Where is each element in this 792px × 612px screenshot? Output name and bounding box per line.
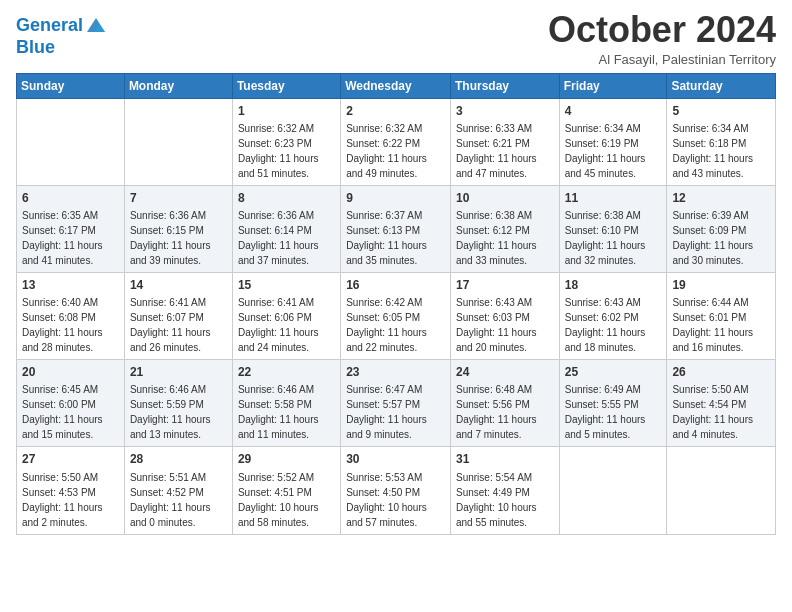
day-number: 8 (238, 190, 335, 206)
day-info: Sunrise: 6:36 AM Sunset: 6:15 PM Dayligh… (130, 210, 211, 266)
day-number: 10 (456, 190, 554, 206)
day-number: 21 (130, 364, 227, 380)
day-number: 29 (238, 451, 335, 467)
day-number: 9 (346, 190, 445, 206)
location-subtitle: Al Fasayil, Palestinian Territory (548, 52, 776, 67)
day-number: 19 (672, 277, 770, 293)
day-number: 12 (672, 190, 770, 206)
calendar-cell: 18Sunrise: 6:43 AM Sunset: 6:02 PM Dayli… (559, 272, 667, 359)
calendar-table: SundayMondayTuesdayWednesdayThursdayFrid… (16, 73, 776, 535)
day-number: 7 (130, 190, 227, 206)
day-info: Sunrise: 6:46 AM Sunset: 5:59 PM Dayligh… (130, 384, 211, 440)
calendar-cell: 4Sunrise: 6:34 AM Sunset: 6:19 PM Daylig… (559, 98, 667, 185)
weekday-monday: Monday (124, 73, 232, 98)
header: General Blue October 2024 Al Fasayil, Pa… (16, 10, 776, 67)
weekday-tuesday: Tuesday (232, 73, 340, 98)
calendar-cell: 25Sunrise: 6:49 AM Sunset: 5:55 PM Dayli… (559, 360, 667, 447)
calendar-cell: 9Sunrise: 6:37 AM Sunset: 6:13 PM Daylig… (341, 185, 451, 272)
month-title: October 2024 (548, 10, 776, 50)
day-number: 18 (565, 277, 662, 293)
calendar-cell: 5Sunrise: 6:34 AM Sunset: 6:18 PM Daylig… (667, 98, 776, 185)
day-info: Sunrise: 6:32 AM Sunset: 6:22 PM Dayligh… (346, 123, 427, 179)
calendar-cell: 20Sunrise: 6:45 AM Sunset: 6:00 PM Dayli… (17, 360, 125, 447)
calendar-cell: 17Sunrise: 6:43 AM Sunset: 6:03 PM Dayli… (450, 272, 559, 359)
day-number: 13 (22, 277, 119, 293)
day-number: 4 (565, 103, 662, 119)
day-number: 20 (22, 364, 119, 380)
logo-text: General (16, 16, 83, 36)
day-info: Sunrise: 6:45 AM Sunset: 6:00 PM Dayligh… (22, 384, 103, 440)
logo-icon (85, 14, 107, 36)
day-info: Sunrise: 6:35 AM Sunset: 6:17 PM Dayligh… (22, 210, 103, 266)
day-number: 30 (346, 451, 445, 467)
calendar-cell (124, 98, 232, 185)
weekday-thursday: Thursday (450, 73, 559, 98)
calendar-cell: 8Sunrise: 6:36 AM Sunset: 6:14 PM Daylig… (232, 185, 340, 272)
day-number: 15 (238, 277, 335, 293)
calendar-cell: 28Sunrise: 5:51 AM Sunset: 4:52 PM Dayli… (124, 447, 232, 534)
calendar-cell: 27Sunrise: 5:50 AM Sunset: 4:53 PM Dayli… (17, 447, 125, 534)
day-info: Sunrise: 5:54 AM Sunset: 4:49 PM Dayligh… (456, 472, 537, 528)
weekday-friday: Friday (559, 73, 667, 98)
weekday-wednesday: Wednesday (341, 73, 451, 98)
day-number: 22 (238, 364, 335, 380)
day-number: 1 (238, 103, 335, 119)
title-block: October 2024 Al Fasayil, Palestinian Ter… (548, 10, 776, 67)
day-number: 28 (130, 451, 227, 467)
day-number: 14 (130, 277, 227, 293)
calendar-cell: 10Sunrise: 6:38 AM Sunset: 6:12 PM Dayli… (450, 185, 559, 272)
calendar-cell: 16Sunrise: 6:42 AM Sunset: 6:05 PM Dayli… (341, 272, 451, 359)
day-info: Sunrise: 6:32 AM Sunset: 6:23 PM Dayligh… (238, 123, 319, 179)
logo-line2: Blue (16, 38, 107, 58)
day-number: 17 (456, 277, 554, 293)
day-number: 27 (22, 451, 119, 467)
day-info: Sunrise: 6:42 AM Sunset: 6:05 PM Dayligh… (346, 297, 427, 353)
calendar-cell (17, 98, 125, 185)
calendar-cell: 23Sunrise: 6:47 AM Sunset: 5:57 PM Dayli… (341, 360, 451, 447)
day-number: 2 (346, 103, 445, 119)
day-info: Sunrise: 6:44 AM Sunset: 6:01 PM Dayligh… (672, 297, 753, 353)
week-row-4: 20Sunrise: 6:45 AM Sunset: 6:00 PM Dayli… (17, 360, 776, 447)
day-info: Sunrise: 6:38 AM Sunset: 6:12 PM Dayligh… (456, 210, 537, 266)
calendar-cell: 6Sunrise: 6:35 AM Sunset: 6:17 PM Daylig… (17, 185, 125, 272)
day-info: Sunrise: 6:43 AM Sunset: 6:03 PM Dayligh… (456, 297, 537, 353)
day-info: Sunrise: 6:33 AM Sunset: 6:21 PM Dayligh… (456, 123, 537, 179)
calendar-cell: 21Sunrise: 6:46 AM Sunset: 5:59 PM Dayli… (124, 360, 232, 447)
day-info: Sunrise: 5:53 AM Sunset: 4:50 PM Dayligh… (346, 472, 427, 528)
day-info: Sunrise: 6:47 AM Sunset: 5:57 PM Dayligh… (346, 384, 427, 440)
calendar-cell: 26Sunrise: 5:50 AM Sunset: 4:54 PM Dayli… (667, 360, 776, 447)
day-number: 16 (346, 277, 445, 293)
day-number: 6 (22, 190, 119, 206)
weekday-sunday: Sunday (17, 73, 125, 98)
calendar-cell: 14Sunrise: 6:41 AM Sunset: 6:07 PM Dayli… (124, 272, 232, 359)
calendar-cell: 30Sunrise: 5:53 AM Sunset: 4:50 PM Dayli… (341, 447, 451, 534)
calendar-cell: 3Sunrise: 6:33 AM Sunset: 6:21 PM Daylig… (450, 98, 559, 185)
logo: General Blue (16, 14, 107, 58)
day-info: Sunrise: 6:49 AM Sunset: 5:55 PM Dayligh… (565, 384, 646, 440)
day-info: Sunrise: 6:43 AM Sunset: 6:02 PM Dayligh… (565, 297, 646, 353)
day-number: 5 (672, 103, 770, 119)
day-info: Sunrise: 6:41 AM Sunset: 6:06 PM Dayligh… (238, 297, 319, 353)
day-info: Sunrise: 6:46 AM Sunset: 5:58 PM Dayligh… (238, 384, 319, 440)
calendar-cell: 1Sunrise: 6:32 AM Sunset: 6:23 PM Daylig… (232, 98, 340, 185)
calendar-cell: 22Sunrise: 6:46 AM Sunset: 5:58 PM Dayli… (232, 360, 340, 447)
day-number: 31 (456, 451, 554, 467)
day-info: Sunrise: 5:52 AM Sunset: 4:51 PM Dayligh… (238, 472, 319, 528)
calendar-cell: 7Sunrise: 6:36 AM Sunset: 6:15 PM Daylig… (124, 185, 232, 272)
day-info: Sunrise: 6:36 AM Sunset: 6:14 PM Dayligh… (238, 210, 319, 266)
day-info: Sunrise: 6:40 AM Sunset: 6:08 PM Dayligh… (22, 297, 103, 353)
day-number: 26 (672, 364, 770, 380)
calendar-cell: 24Sunrise: 6:48 AM Sunset: 5:56 PM Dayli… (450, 360, 559, 447)
day-info: Sunrise: 6:41 AM Sunset: 6:07 PM Dayligh… (130, 297, 211, 353)
day-info: Sunrise: 5:50 AM Sunset: 4:53 PM Dayligh… (22, 472, 103, 528)
weekday-header-row: SundayMondayTuesdayWednesdayThursdayFrid… (17, 73, 776, 98)
day-number: 24 (456, 364, 554, 380)
day-number: 23 (346, 364, 445, 380)
calendar-cell: 13Sunrise: 6:40 AM Sunset: 6:08 PM Dayli… (17, 272, 125, 359)
week-row-3: 13Sunrise: 6:40 AM Sunset: 6:08 PM Dayli… (17, 272, 776, 359)
week-row-1: 1Sunrise: 6:32 AM Sunset: 6:23 PM Daylig… (17, 98, 776, 185)
weekday-saturday: Saturday (667, 73, 776, 98)
day-number: 3 (456, 103, 554, 119)
day-info: Sunrise: 6:37 AM Sunset: 6:13 PM Dayligh… (346, 210, 427, 266)
day-number: 25 (565, 364, 662, 380)
